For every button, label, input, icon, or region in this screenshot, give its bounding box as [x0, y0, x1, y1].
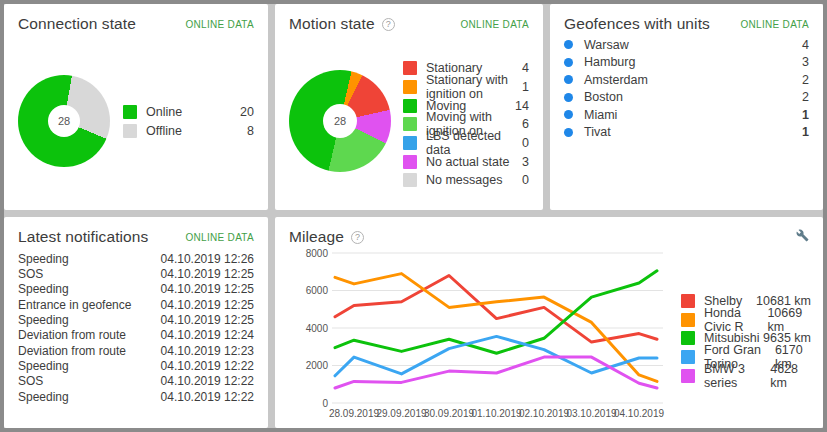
legend-swatch	[403, 136, 417, 150]
notification-type: SOS	[18, 374, 43, 388]
notification-row[interactable]: Deviation from route04.10.2019 12:23	[18, 343, 254, 358]
y-axis-tick-label: 4000	[306, 323, 329, 334]
notification-type: SOS	[18, 267, 43, 281]
geofence-dot-icon	[564, 58, 573, 67]
panel-mileage: Mileage ? 0200040006000800028.09.201929.…	[275, 217, 823, 428]
legend-label: BMW 3 series	[704, 362, 770, 390]
connection-donut-chart[interactable]: 28	[18, 75, 110, 167]
legend-item[interactable]: LBS detected data0	[403, 134, 529, 153]
donut-center-total: 28	[323, 104, 357, 138]
online-data-link[interactable]: ONLINE DATA	[741, 19, 810, 30]
notification-list: Speeding04.10.2019 12:26SOS04.10.2019 12…	[18, 251, 254, 404]
notification-type: Speeding	[18, 282, 69, 296]
geofence-dot-icon	[564, 128, 573, 137]
legend-value: 4	[522, 61, 529, 75]
panel-header: Connection state ONLINE DATA	[4, 4, 268, 33]
panel-title: Geofences with units	[564, 15, 710, 33]
notification-row[interactable]: Speeding04.10.2019 12:26	[18, 251, 254, 266]
legend-swatch	[123, 105, 137, 119]
notification-timestamp: 04.10.2019 12:22	[161, 359, 254, 373]
notification-type: Entrance in geofence	[18, 298, 131, 312]
x-axis-tick-label: 30.09.2019	[424, 408, 474, 419]
notification-timestamp: 04.10.2019 12:25	[161, 313, 254, 327]
legend-value: 0	[522, 173, 529, 187]
legend-swatch	[403, 173, 417, 187]
legend-swatch	[123, 124, 137, 138]
notification-type: Speeding	[18, 252, 69, 266]
legend-value: 6	[522, 117, 529, 131]
x-axis-tick-label: 04.10.2019	[614, 408, 664, 419]
geofence-name: Hamburg	[584, 55, 635, 69]
motion-donut-chart[interactable]: 28	[289, 70, 391, 172]
notification-row[interactable]: SOS04.10.2019 12:22	[18, 374, 254, 389]
notification-timestamp: 04.10.2019 12:24	[161, 328, 254, 342]
legend-swatch	[403, 61, 417, 75]
notification-timestamp: 04.10.2019 12:23	[161, 344, 254, 358]
legend-item[interactable]: Stationary with ignition on1	[403, 78, 529, 97]
notification-timestamp: 04.10.2019 12:25	[161, 282, 254, 296]
geofence-row[interactable]: Amsterdam2	[564, 71, 809, 89]
x-axis-tick-label: 01.10.2019	[471, 408, 521, 419]
notification-row[interactable]: SOS04.10.2019 12:25	[18, 266, 254, 281]
notification-row[interactable]: Speeding04.10.2019 12:22	[18, 389, 254, 404]
geofence-name: Miami	[584, 108, 617, 122]
legend-swatch	[403, 117, 417, 131]
legend-item[interactable]: Offline8	[123, 121, 254, 140]
notification-type: Speeding	[18, 359, 69, 373]
legend-swatch	[403, 155, 417, 169]
legend-label: Stationary with ignition on	[426, 73, 522, 101]
notification-timestamp: 04.10.2019 12:25	[161, 267, 254, 281]
notification-row[interactable]: Deviation from route04.10.2019 12:24	[18, 328, 254, 343]
legend-label: LBS detected data	[426, 129, 522, 157]
notification-row[interactable]: Speeding04.10.2019 12:25	[18, 312, 254, 327]
legend-swatch	[403, 99, 417, 113]
y-axis-tick-label: 0	[322, 398, 328, 409]
x-axis-tick-label: 29.09.2019	[376, 408, 426, 419]
panel-geofences: Geofences with units ONLINE DATA Warsaw4…	[550, 4, 823, 210]
online-data-link[interactable]: ONLINE DATA	[186, 232, 255, 243]
legend-item[interactable]: Honda Civic R10669 km	[681, 311, 811, 330]
notification-timestamp: 04.10.2019 12:25	[161, 298, 254, 312]
geofence-dot-icon	[564, 110, 573, 119]
geofence-unit-count: 2	[802, 90, 809, 104]
geofence-row[interactable]: Miami1	[564, 106, 809, 124]
legend-value: 3	[522, 155, 529, 169]
legend-value: 20	[240, 105, 254, 119]
series-line-bmw-3-series[interactable]	[335, 357, 657, 388]
legend-label: Online	[146, 105, 182, 119]
legend-total-km: 10669 km	[767, 306, 811, 334]
legend-item[interactable]: Online20	[123, 102, 254, 121]
geofence-row[interactable]: Tivat1	[564, 124, 809, 142]
notification-row[interactable]: Speeding04.10.2019 12:25	[18, 282, 254, 297]
y-axis-tick-label: 2000	[306, 360, 329, 371]
y-axis-tick-label: 6000	[306, 285, 329, 296]
dashboard: Connection state ONLINE DATA 28 Online20…	[0, 0, 827, 432]
notification-row[interactable]: Entrance in geofence04.10.2019 12:25	[18, 297, 254, 312]
notification-type: Deviation from route	[18, 328, 126, 342]
panel-connection-state: Connection state ONLINE DATA 28 Online20…	[4, 4, 268, 210]
legend-item[interactable]: No messages0	[403, 171, 529, 190]
legend-value: 8	[247, 124, 254, 138]
notification-type: Deviation from route	[18, 344, 126, 358]
online-data-link[interactable]: ONLINE DATA	[461, 19, 530, 30]
series-line-shelby[interactable]	[335, 276, 657, 343]
geofence-unit-count: 1	[802, 108, 809, 122]
legend-total-km: 4628 km	[770, 362, 811, 390]
online-data-link[interactable]: ONLINE DATA	[186, 19, 255, 30]
notification-row[interactable]: Speeding04.10.2019 12:22	[18, 358, 254, 373]
legend-swatch	[681, 369, 695, 383]
notification-timestamp: 04.10.2019 12:22	[161, 374, 254, 388]
geofence-row[interactable]: Warsaw4	[564, 36, 809, 54]
motion-legend: Stationary4Stationary with ignition on1M…	[403, 59, 529, 190]
panel-motion-state: Motion state ? ONLINE DATA 28 Stationary…	[275, 4, 543, 210]
panel-title: Motion state	[289, 15, 375, 33]
y-axis-tick-label: 8000	[306, 248, 329, 259]
legend-swatch	[681, 313, 695, 327]
legend-swatch	[681, 331, 695, 345]
legend-label: Honda Civic R	[704, 306, 767, 334]
geofence-row[interactable]: Boston2	[564, 89, 809, 107]
geofence-list: Warsaw4Hamburg3Amsterdam2Boston2Miami1Ti…	[564, 36, 809, 141]
geofence-row[interactable]: Hamburg3	[564, 54, 809, 72]
legend-item[interactable]: BMW 3 series4628 km	[681, 366, 811, 385]
help-icon[interactable]: ?	[382, 18, 395, 31]
